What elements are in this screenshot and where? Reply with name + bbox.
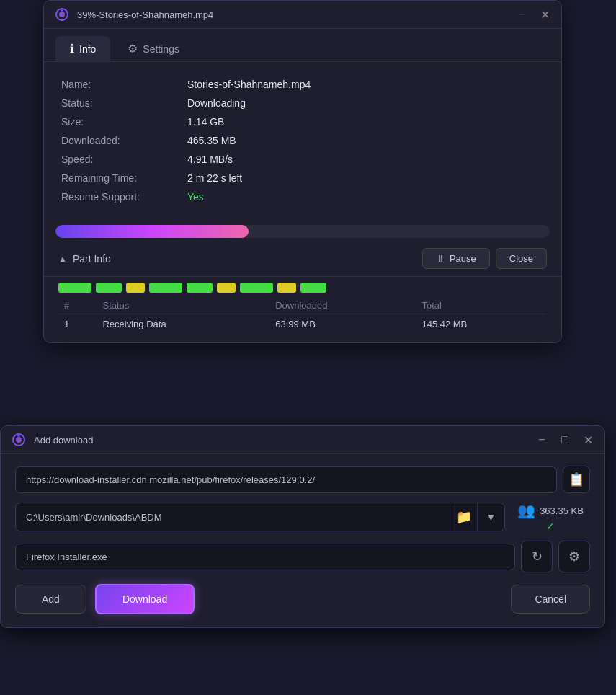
add-window-title: Add download <box>34 435 528 446</box>
close-download-button[interactable]: Close <box>496 248 547 269</box>
segment-5 <box>187 283 213 293</box>
directory-input[interactable] <box>16 505 450 530</box>
size-value: 1.14 GB <box>187 116 224 128</box>
download-info-window: 39%-Stories-of-Shahnameh.mp4 − ✕ ℹ Info … <box>43 0 562 343</box>
tab-settings-label: Settings <box>143 43 179 55</box>
status-row: Status: Downloading <box>61 94 544 112</box>
tab-settings[interactable]: ⚙ Settings <box>113 36 194 61</box>
info-window-controls: − ✕ <box>515 8 551 21</box>
remaining-row: Remaining Time: 2 m 22 s left <box>61 169 544 187</box>
parts-table-wrap: # Status Downloaded Total 1 Receiving Da… <box>44 297 561 342</box>
tabs-row: ℹ Info ⚙ Settings <box>44 29 561 62</box>
segment-4 <box>149 283 182 293</box>
speed-row: Speed: 4.91 MB/s <box>61 150 544 169</box>
part-num: 1 <box>58 314 97 335</box>
info-panel: Name: Stories-of-Shahnameh.mp4 Status: D… <box>44 62 561 216</box>
downloaded-row: Downloaded: 465.35 MB <box>61 131 544 150</box>
name-row: Name: Stories-of-Shahnameh.mp4 <box>61 75 544 94</box>
tab-info[interactable]: ℹ Info <box>55 36 110 61</box>
svg-point-4 <box>16 437 22 443</box>
refresh-icon: ↻ <box>532 549 543 565</box>
segment-3 <box>126 283 145 293</box>
filename-input[interactable] <box>15 544 515 570</box>
segments-row <box>44 277 561 297</box>
directory-dropdown-button[interactable]: ▼ <box>477 503 504 531</box>
add-minimize-button[interactable]: − <box>535 433 548 446</box>
name-value: Stories-of-Shahnameh.mp4 <box>187 79 311 90</box>
add-window-controls: − □ ✕ <box>535 433 594 446</box>
resume-value: Yes <box>187 191 204 203</box>
status-value: Downloading <box>187 97 246 109</box>
tab-info-label: Info <box>79 43 96 55</box>
refresh-button[interactable]: ↻ <box>521 541 553 572</box>
chevron-down-icon: ▼ <box>486 511 496 523</box>
remaining-value: 2 m 22 s left <box>187 172 242 184</box>
remaining-label: Remaining Time: <box>61 172 187 184</box>
actions-row: Add Download Cancel <box>15 581 590 614</box>
col-num: # <box>58 297 97 314</box>
col-total: Total <box>416 297 547 314</box>
add-button[interactable]: Add <box>15 585 86 614</box>
file-size-value: 363.35 KB <box>540 505 584 516</box>
segment-7 <box>240 283 273 293</box>
url-input[interactable] <box>15 466 557 493</box>
col-status: Status <box>97 297 269 314</box>
resume-row: Resume Support: Yes <box>61 187 544 206</box>
downloaded-label: Downloaded: <box>61 135 187 146</box>
close-dl-label: Close <box>509 253 533 264</box>
users-icon: 👥 <box>517 502 535 519</box>
part-downloaded: 63.99 MB <box>269 314 416 335</box>
size-row: Size: 1.14 GB <box>61 112 544 131</box>
settings-button[interactable]: ⚙ <box>558 541 590 572</box>
segment-9 <box>300 283 326 293</box>
part-info-label: Part Info <box>73 253 416 265</box>
clipboard-icon: 📋 <box>568 472 584 487</box>
pause-label: Pause <box>450 253 476 264</box>
size-check-icon: ✓ <box>546 521 555 532</box>
svg-point-1 <box>59 12 65 17</box>
file-size-box: 👥 363.35 KB ✓ <box>511 502 590 532</box>
clipboard-button[interactable]: 📋 <box>563 466 590 493</box>
add-maximize-button[interactable]: □ <box>558 433 571 446</box>
info-minimize-button[interactable]: − <box>515 8 528 21</box>
add-window-logo-icon <box>11 432 27 448</box>
dir-size-row: 📁 ▼ 👥 363.35 KB ✓ <box>15 502 590 532</box>
browse-folder-button[interactable]: 📁 <box>450 503 477 531</box>
col-downloaded: Downloaded <box>269 297 416 314</box>
progress-bar-container <box>55 225 550 238</box>
add-title-bar: Add download − □ ✕ <box>1 426 604 454</box>
directory-input-wrap: 📁 ▼ <box>15 503 505 531</box>
info-title-bar: 39%-Stories-of-Shahnameh.mp4 − ✕ <box>44 1 561 29</box>
info-window-title: 39%-Stories-of-Shahnameh.mp4 <box>77 9 508 20</box>
status-label: Status: <box>61 97 187 109</box>
part-info-header: ▲ Part Info ⏸ Pause Close <box>44 238 561 277</box>
add-download-body: 📋 📁 ▼ 👥 363.35 KB ✓ <box>1 454 604 627</box>
app-logo-icon <box>54 6 70 22</box>
download-button[interactable]: Download <box>95 584 195 614</box>
part-total: 145.42 MB <box>416 314 547 335</box>
pause-button[interactable]: ⏸ Pause <box>422 248 490 269</box>
info-tab-icon: ℹ <box>70 42 74 56</box>
folder-icon: 📁 <box>456 509 472 525</box>
downloaded-value: 465.35 MB <box>187 135 236 146</box>
speed-label: Speed: <box>61 154 187 165</box>
filename-row: ↻ ⚙ <box>15 541 590 572</box>
chevron-up-icon: ▲ <box>58 254 67 264</box>
add-close-button[interactable]: ✕ <box>581 433 594 446</box>
progress-bar-fill <box>55 225 249 238</box>
segment-1 <box>58 283 91 293</box>
part-status: Receiving Data <box>97 314 269 335</box>
svg-point-5 <box>17 434 20 437</box>
url-row: 📋 <box>15 466 590 493</box>
settings-tab-icon: ⚙ <box>128 42 138 56</box>
size-label: Size: <box>61 116 187 128</box>
size-icon-row: 👥 363.35 KB <box>517 502 584 519</box>
info-close-button[interactable]: ✕ <box>538 8 551 21</box>
segment-6 <box>217 283 236 293</box>
add-download-window: Add download − □ ✕ 📋 📁 ▼ <box>0 425 605 628</box>
segment-2 <box>96 283 122 293</box>
svg-point-2 <box>61 9 63 12</box>
cancel-button[interactable]: Cancel <box>511 585 590 614</box>
parts-table: # Status Downloaded Total 1 Receiving Da… <box>58 297 547 334</box>
resume-label: Resume Support: <box>61 191 187 203</box>
